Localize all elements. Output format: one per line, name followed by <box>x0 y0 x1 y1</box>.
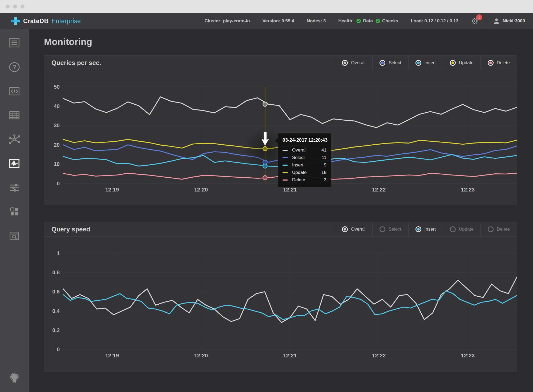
health-data: Data <box>356 18 373 24</box>
tooltip-series-label: Insert <box>292 162 304 168</box>
radio-dot <box>489 62 492 64</box>
query-speed-chart[interactable]: 00.20.40.60.8112:1912:2012:2112:2212:23 <box>44 237 517 371</box>
tooltip-series-label: Update <box>292 170 307 175</box>
legend-overall-button[interactable]: Overall <box>335 56 372 70</box>
sidebar-item-overview[interactable] <box>0 35 29 51</box>
query-speed-chart-area: 00.20.40.60.8112:1912:2012:2112:2212:23 <box>44 237 517 371</box>
radio-icon <box>342 226 348 232</box>
sidebar-item-license[interactable] <box>0 371 29 386</box>
queries-per-sec-legend: OverallSelectInsertUpdateDelete <box>335 56 517 70</box>
svg-text:?: ? <box>13 64 16 71</box>
queries-per-sec-header: Queries per sec. OverallSelectInsertUpda… <box>44 56 517 70</box>
user-menu[interactable]: Nicki:3000 <box>493 18 533 24</box>
sidebar-item-plugins[interactable] <box>0 204 29 219</box>
legend-delete-button[interactable]: Delete <box>480 222 517 236</box>
legend-update-button[interactable]: Update <box>443 56 480 70</box>
legend-label: Update <box>459 227 474 232</box>
legend-label: Overall <box>351 60 365 66</box>
series-dash-icon <box>282 150 288 151</box>
hover-marker-overall <box>263 102 267 106</box>
legend-insert-button[interactable]: Insert <box>408 222 443 236</box>
x-tick-label: 12:20 <box>194 187 208 193</box>
tooltip-row: Insert9 <box>282 162 326 168</box>
load-stat: Load: 0.12 / 0.12 / 0.13 <box>411 18 458 24</box>
tooltip-series-value: 18 <box>321 170 326 175</box>
tooltip-row: Update18 <box>282 170 326 175</box>
x-tick-label: 12:23 <box>461 353 475 358</box>
y-tick-label: 20 <box>54 142 60 148</box>
legend-label: Insert <box>425 227 436 232</box>
radio-icon <box>379 60 385 66</box>
radio-icon <box>415 60 421 66</box>
tooltip-row: Delete3 <box>282 177 326 183</box>
cluster-stat: Cluster: play-crate-io <box>205 18 250 24</box>
legend-select-button[interactable]: Select <box>372 56 408 70</box>
sliders-icon <box>9 182 20 193</box>
brand[interactable]: CrateDB Enterprise <box>0 17 81 25</box>
help-icon: ? <box>9 62 20 72</box>
series-dash-icon <box>282 172 288 173</box>
tooltip-series-value: 11 <box>322 155 326 160</box>
page-title: Monitoring <box>44 36 517 47</box>
sidebar-item-sql-console[interactable] <box>0 84 29 99</box>
sidebar-item-help[interactable]: ? <box>0 59 29 75</box>
legend-label: Overall <box>351 227 365 232</box>
user-icon <box>493 18 500 24</box>
window-control-close[interactable] <box>6 5 10 9</box>
y-tick-label: 0.2 <box>52 327 60 333</box>
health-ok-icon <box>375 19 380 23</box>
sidebar-item-settings[interactable] <box>0 180 29 195</box>
sidebar-item-monitoring[interactable] <box>0 156 29 171</box>
radio-dot <box>344 62 346 64</box>
series-dash-icon <box>282 157 288 158</box>
query-speed-header: Query speed OverallSelectInsertUpdateDel… <box>44 222 517 237</box>
sidebar-item-tables[interactable] <box>0 108 29 123</box>
window-control-zoom[interactable] <box>21 5 25 9</box>
radio-dot <box>451 62 454 64</box>
tooltip-series-value: 41 <box>321 148 326 153</box>
radio-icon <box>450 226 456 232</box>
search-window-icon <box>9 231 20 241</box>
x-tick-label: 12:23 <box>461 187 475 193</box>
x-tick-label: 12:19 <box>105 353 119 358</box>
x-tick-label: 12:19 <box>105 187 119 193</box>
legend-update-button[interactable]: Update <box>443 222 480 236</box>
radio-dot <box>344 228 346 231</box>
chart-tooltip: 03-24-2017 12:20:43 Overall41Select11Ins… <box>278 133 331 187</box>
nodes-stat: Nodes: 3 <box>307 18 326 24</box>
hover-marker-update <box>263 146 267 151</box>
legend-label: Update <box>459 60 474 66</box>
cluster-graph-icon <box>8 134 21 145</box>
legend-overall-button[interactable]: Overall <box>335 222 372 236</box>
legend-insert-button[interactable]: Insert <box>408 56 443 70</box>
hover-marker-insert <box>263 164 267 168</box>
sidebar-item-browse[interactable] <box>0 228 29 244</box>
sidebar-item-cluster[interactable] <box>0 132 29 147</box>
legend-label: Delete <box>497 227 510 232</box>
tooltip-series-label: Select <box>292 155 305 160</box>
radio-dot <box>417 62 420 64</box>
code-icon <box>9 86 20 97</box>
x-tick-label: 12:22 <box>372 187 386 193</box>
queries-per-sec-chart-area: 0102030405012:1912:2012:2112:2212:23 03-… <box>44 70 517 205</box>
tooltip-series-value: 9 <box>324 162 326 168</box>
sidebar: ? <box>0 29 29 392</box>
y-tick-label: 0.4 <box>52 308 60 314</box>
x-tick-label: 12:20 <box>194 353 208 358</box>
legend-label: Select <box>389 227 401 232</box>
radio-icon <box>415 226 421 232</box>
user-name: Nicki:3000 <box>503 18 525 24</box>
radio-icon <box>488 60 494 66</box>
health-checks: Checks <box>375 18 398 24</box>
radio-icon <box>450 60 456 66</box>
legend-delete-button[interactable]: Delete <box>480 56 517 70</box>
tooltip-series-label: Overall <box>292 148 306 153</box>
y-tick-label: 50 <box>54 84 60 90</box>
legend-select-button[interactable]: Select <box>372 222 408 236</box>
window-control-minimize[interactable] <box>13 5 17 9</box>
tooltip-rows: Overall41Select11Insert9Update18Delete3 <box>282 148 326 183</box>
brand-suffix: Enterprise <box>52 18 81 25</box>
health-group: Health: Data Checks <box>338 18 398 24</box>
tooltip-row: Overall41 <box>282 148 326 153</box>
settings-button[interactable]: ⚙ ! <box>471 17 478 25</box>
